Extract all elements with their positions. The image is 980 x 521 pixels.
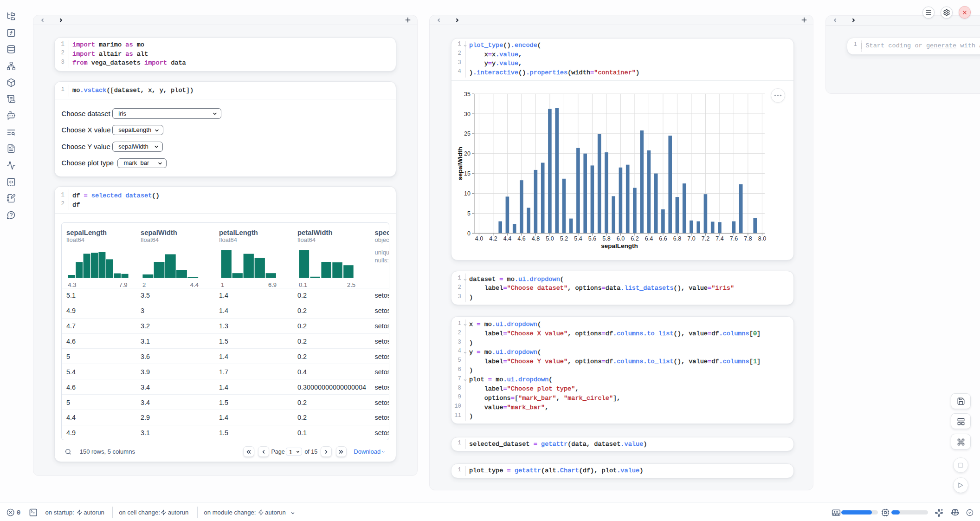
svg-text:6.0: 6.0: [617, 235, 625, 242]
svg-text:7.2: 7.2: [702, 235, 709, 242]
svg-text:4.4: 4.4: [503, 235, 511, 242]
svg-text:15: 15: [464, 170, 471, 177]
svg-text:0: 0: [467, 230, 471, 237]
svg-text:6.8: 6.8: [673, 235, 681, 242]
svg-text:6.6: 6.6: [659, 235, 667, 242]
svg-text:6.4: 6.4: [645, 235, 653, 242]
svg-text:25: 25: [464, 130, 471, 137]
svg-text:5.6: 5.6: [588, 235, 596, 242]
svg-text:4.0: 4.0: [475, 235, 483, 242]
svg-text:8.0: 8.0: [758, 235, 766, 242]
svg-text:5.0: 5.0: [546, 235, 554, 242]
svg-text:4.2: 4.2: [489, 235, 497, 242]
svg-text:7.4: 7.4: [716, 235, 723, 242]
svg-text:5.8: 5.8: [602, 235, 610, 242]
svg-text:7.8: 7.8: [744, 235, 752, 242]
svg-text:30: 30: [464, 111, 471, 117]
svg-text:7.6: 7.6: [730, 235, 738, 242]
svg-text:20: 20: [464, 150, 471, 157]
svg-text:6.2: 6.2: [631, 235, 638, 242]
svg-text:4.8: 4.8: [532, 235, 540, 242]
svg-text:35: 35: [464, 91, 471, 98]
svg-text:7.0: 7.0: [687, 235, 695, 242]
svg-text:4.6: 4.6: [517, 235, 525, 242]
svg-text:10: 10: [464, 190, 471, 197]
svg-text:sepalWidth: sepalWidth: [457, 147, 464, 180]
svg-text:5.4: 5.4: [574, 235, 582, 242]
svg-text:5: 5: [467, 210, 471, 217]
svg-text:sepalLength: sepalLength: [601, 242, 638, 249]
svg-text:5.2: 5.2: [560, 235, 568, 242]
